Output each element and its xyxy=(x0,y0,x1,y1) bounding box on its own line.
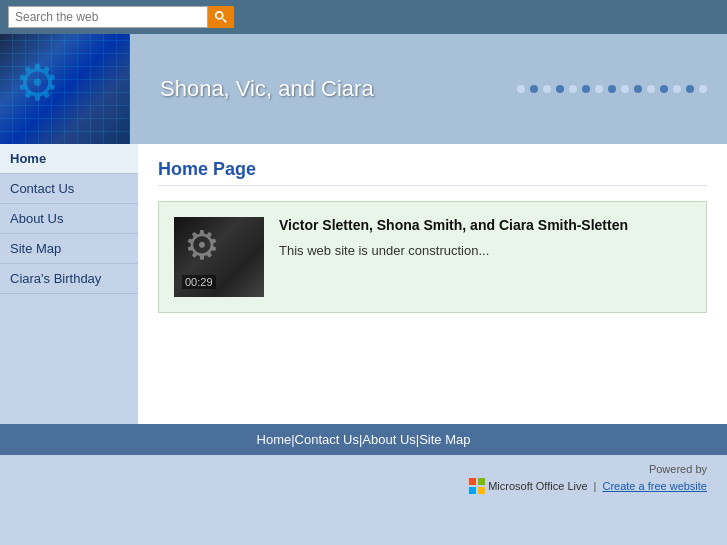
footer-nav-home[interactable]: Home xyxy=(257,432,292,447)
dot xyxy=(530,85,538,93)
ms-office-text: Microsoft Office Live xyxy=(488,480,587,492)
header-dots xyxy=(517,85,727,93)
site-title: Shona, Vic, and Ciara xyxy=(130,76,517,102)
svg-rect-2 xyxy=(469,478,476,485)
sidebar-item-about-us[interactable]: About Us xyxy=(0,204,138,234)
dot xyxy=(608,85,616,93)
ms-logo-icon xyxy=(469,478,485,494)
search-input[interactable] xyxy=(8,6,208,28)
dot xyxy=(686,85,694,93)
dot xyxy=(582,85,590,93)
content-card: Victor Sletten, Shona Smith, and Ciara S… xyxy=(158,201,707,313)
dot xyxy=(621,85,629,93)
content-image xyxy=(174,217,264,297)
page-title: Home Page xyxy=(158,159,707,186)
footer-powered: Powered by Microsoft Office Live | Creat… xyxy=(0,455,727,502)
dot xyxy=(556,85,564,93)
content-names: Victor Sletten, Shona Smith, and Ciara S… xyxy=(279,217,691,233)
dot xyxy=(634,85,642,93)
dot xyxy=(699,85,707,93)
top-bar xyxy=(0,0,727,34)
ms-office-logo: Microsoft Office Live xyxy=(469,478,587,494)
sidebar-item-ciaras-birthday[interactable]: Ciara's Birthday xyxy=(0,264,138,294)
pipe-separator: | xyxy=(594,480,597,492)
svg-rect-4 xyxy=(469,487,476,494)
create-free-website-link[interactable]: Create a free website xyxy=(602,480,707,492)
dot xyxy=(673,85,681,93)
footer-nav-about-us[interactable]: About Us xyxy=(362,432,415,447)
svg-rect-5 xyxy=(478,487,485,494)
dot xyxy=(543,85,551,93)
dot xyxy=(660,85,668,93)
main-layout: Home Contact Us About Us Site Map Ciara'… xyxy=(0,144,727,424)
powered-row: Microsoft Office Live | Create a free we… xyxy=(20,478,707,494)
footer-nav-site-map[interactable]: Site Map xyxy=(419,432,470,447)
dot xyxy=(517,85,525,93)
content-description: This web site is under construction... xyxy=(279,243,691,258)
content-area: Home Page Victor Sletten, Shona Smith, a… xyxy=(138,144,727,424)
dot xyxy=(647,85,655,93)
header: Shona, Vic, and Ciara xyxy=(0,34,727,144)
svg-rect-3 xyxy=(478,478,485,485)
dot xyxy=(595,85,603,93)
search-button[interactable] xyxy=(208,6,234,28)
sidebar-item-home[interactable]: Home xyxy=(0,144,138,174)
content-text: Victor Sletten, Shona Smith, and Ciara S… xyxy=(279,217,691,258)
sidebar-item-contact-us[interactable]: Contact Us xyxy=(0,174,138,204)
footer-nav: Home|Contact Us|About Us|Site Map xyxy=(0,424,727,455)
svg-line-1 xyxy=(223,19,227,23)
powered-by-label: Powered by xyxy=(20,463,707,475)
header-image xyxy=(0,34,130,144)
dot xyxy=(569,85,577,93)
svg-point-0 xyxy=(216,12,223,19)
footer-nav-contact-us[interactable]: Contact Us xyxy=(295,432,359,447)
sidebar-item-site-map[interactable]: Site Map xyxy=(0,234,138,264)
sidebar: Home Contact Us About Us Site Map Ciara'… xyxy=(0,144,138,424)
search-icon xyxy=(214,10,228,24)
